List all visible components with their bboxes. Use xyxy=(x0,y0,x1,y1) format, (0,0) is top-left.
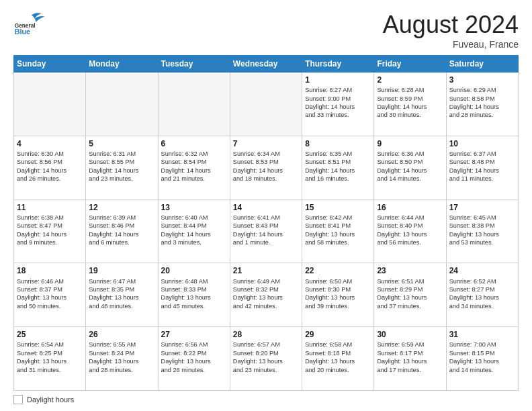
calendar-week-4: 25Sunrise: 6:54 AMSunset: 8:25 PMDayligh… xyxy=(14,327,519,391)
footer: Daylight hours xyxy=(13,395,519,404)
location: Fuveau, France xyxy=(383,39,519,50)
calendar-cell: 3Sunrise: 6:29 AMSunset: 8:58 PMDaylight… xyxy=(446,73,518,136)
logo: General Blue xyxy=(13,11,47,36)
day-number: 26 xyxy=(89,329,154,340)
day-info: Sunrise: 6:46 AMSunset: 8:37 PMDaylight:… xyxy=(17,277,83,311)
calendar-cell: 16Sunrise: 6:44 AMSunset: 8:40 PMDayligh… xyxy=(374,199,446,263)
day-info: Sunrise: 6:34 AMSunset: 8:53 PMDaylight:… xyxy=(233,150,299,183)
calendar-week-0: 1Sunrise: 6:27 AMSunset: 9:00 PMDaylight… xyxy=(14,73,519,136)
header-friday: Friday xyxy=(374,56,446,73)
day-info: Sunrise: 6:54 AMSunset: 8:25 PMDaylight:… xyxy=(17,340,83,374)
day-number: 21 xyxy=(233,265,299,276)
calendar-cell: 12Sunrise: 6:39 AMSunset: 8:46 PMDayligh… xyxy=(86,199,158,263)
svg-text:Blue: Blue xyxy=(15,28,30,36)
day-info: Sunrise: 6:35 AMSunset: 8:51 PMDaylight:… xyxy=(305,150,371,183)
header-saturday: Saturday xyxy=(446,56,518,73)
day-number: 14 xyxy=(233,202,299,213)
calendar-cell: 27Sunrise: 6:56 AMSunset: 8:22 PMDayligh… xyxy=(158,327,230,391)
day-number: 20 xyxy=(161,265,227,276)
calendar-cell: 30Sunrise: 6:59 AMSunset: 8:17 PMDayligh… xyxy=(374,327,446,391)
day-info: Sunrise: 6:57 AMSunset: 8:20 PMDaylight:… xyxy=(233,340,299,374)
day-number: 2 xyxy=(377,75,443,85)
day-number: 22 xyxy=(305,265,371,276)
day-info: Sunrise: 6:58 AMSunset: 8:18 PMDaylight:… xyxy=(305,340,371,374)
day-info: Sunrise: 6:52 AMSunset: 8:27 PMDaylight:… xyxy=(449,277,515,311)
calendar-cell: 8Sunrise: 6:35 AMSunset: 8:51 PMDaylight… xyxy=(302,136,374,199)
day-info: Sunrise: 6:27 AMSunset: 9:00 PMDaylight:… xyxy=(305,86,371,120)
day-number: 9 xyxy=(377,138,443,149)
day-number: 23 xyxy=(377,265,443,276)
calendar-cell: 10Sunrise: 6:37 AMSunset: 8:48 PMDayligh… xyxy=(446,136,518,199)
calendar-cell: 24Sunrise: 6:52 AMSunset: 8:27 PMDayligh… xyxy=(446,263,518,327)
calendar-cell xyxy=(158,73,230,136)
day-info: Sunrise: 6:48 AMSunset: 8:33 PMDaylight:… xyxy=(161,277,227,311)
calendar-cell: 13Sunrise: 6:40 AMSunset: 8:44 PMDayligh… xyxy=(158,199,230,263)
day-info: Sunrise: 6:42 AMSunset: 8:41 PMDaylight:… xyxy=(305,214,371,247)
day-number: 31 xyxy=(449,329,515,340)
day-info: Sunrise: 6:59 AMSunset: 8:17 PMDaylight:… xyxy=(377,340,443,374)
title-area: August 2024 Fuveau, France xyxy=(383,11,519,50)
calendar-cell: 7Sunrise: 6:34 AMSunset: 8:53 PMDaylight… xyxy=(230,136,302,199)
header-wednesday: Wednesday xyxy=(230,56,302,73)
day-info: Sunrise: 6:31 AMSunset: 8:55 PMDaylight:… xyxy=(89,150,154,183)
day-number: 10 xyxy=(449,138,515,149)
day-number: 15 xyxy=(305,202,371,213)
day-info: Sunrise: 6:55 AMSunset: 8:24 PMDaylight:… xyxy=(89,340,154,374)
calendar-cell: 18Sunrise: 6:46 AMSunset: 8:37 PMDayligh… xyxy=(14,263,86,327)
weekday-header-row: Sunday Monday Tuesday Wednesday Thursday… xyxy=(14,56,519,73)
calendar-cell: 15Sunrise: 6:42 AMSunset: 8:41 PMDayligh… xyxy=(302,199,374,263)
day-info: Sunrise: 6:45 AMSunset: 8:38 PMDaylight:… xyxy=(449,214,515,247)
header-thursday: Thursday xyxy=(302,56,374,73)
calendar-cell: 2Sunrise: 6:28 AMSunset: 8:59 PMDaylight… xyxy=(374,73,446,136)
calendar-cell: 5Sunrise: 6:31 AMSunset: 8:55 PMDaylight… xyxy=(86,136,158,199)
calendar-cell: 21Sunrise: 6:49 AMSunset: 8:32 PMDayligh… xyxy=(230,263,302,327)
header: General Blue August 2024 Fuveau, France xyxy=(13,11,519,50)
header-tuesday: Tuesday xyxy=(158,56,230,73)
calendar-cell: 20Sunrise: 6:48 AMSunset: 8:33 PMDayligh… xyxy=(158,263,230,327)
day-info: Sunrise: 6:28 AMSunset: 8:59 PMDaylight:… xyxy=(377,86,443,120)
day-info: Sunrise: 6:37 AMSunset: 8:48 PMDaylight:… xyxy=(449,150,515,183)
calendar-cell: 23Sunrise: 6:51 AMSunset: 8:29 PMDayligh… xyxy=(374,263,446,327)
calendar-cell xyxy=(230,73,302,136)
calendar-cell: 6Sunrise: 6:32 AMSunset: 8:54 PMDaylight… xyxy=(158,136,230,199)
day-info: Sunrise: 6:51 AMSunset: 8:29 PMDaylight:… xyxy=(377,277,443,311)
day-number: 6 xyxy=(161,138,227,149)
calendar-cell xyxy=(86,73,158,136)
calendar-cell: 9Sunrise: 6:36 AMSunset: 8:50 PMDaylight… xyxy=(374,136,446,199)
day-info: Sunrise: 6:41 AMSunset: 8:43 PMDaylight:… xyxy=(233,214,299,247)
calendar-cell: 31Sunrise: 7:00 AMSunset: 8:15 PMDayligh… xyxy=(446,327,518,391)
day-info: Sunrise: 6:38 AMSunset: 8:47 PMDaylight:… xyxy=(17,214,83,247)
calendar-cell: 29Sunrise: 6:58 AMSunset: 8:18 PMDayligh… xyxy=(302,327,374,391)
calendar-table: Sunday Monday Tuesday Wednesday Thursday… xyxy=(13,55,519,391)
day-info: Sunrise: 6:50 AMSunset: 8:30 PMDaylight:… xyxy=(305,277,371,311)
day-info: Sunrise: 6:47 AMSunset: 8:35 PMDaylight:… xyxy=(89,277,154,311)
day-number: 18 xyxy=(17,265,83,276)
day-number: 17 xyxy=(449,202,515,213)
calendar-cell: 19Sunrise: 6:47 AMSunset: 8:35 PMDayligh… xyxy=(86,263,158,327)
calendar-cell: 14Sunrise: 6:41 AMSunset: 8:43 PMDayligh… xyxy=(230,199,302,263)
calendar-cell: 26Sunrise: 6:55 AMSunset: 8:24 PMDayligh… xyxy=(86,327,158,391)
day-info: Sunrise: 6:49 AMSunset: 8:32 PMDaylight:… xyxy=(233,277,299,311)
calendar-cell: 25Sunrise: 6:54 AMSunset: 8:25 PMDayligh… xyxy=(14,327,86,391)
page: General Blue August 2024 Fuveau, France … xyxy=(0,0,532,411)
day-number: 4 xyxy=(17,138,83,149)
logo-svg: General Blue xyxy=(13,11,47,36)
day-info: Sunrise: 6:56 AMSunset: 8:22 PMDaylight:… xyxy=(161,340,227,374)
month-title: August 2024 xyxy=(383,11,519,39)
day-number: 16 xyxy=(377,202,443,213)
calendar-cell: 28Sunrise: 6:57 AMSunset: 8:20 PMDayligh… xyxy=(230,327,302,391)
day-number: 3 xyxy=(449,75,515,85)
day-number: 1 xyxy=(305,75,371,85)
day-info: Sunrise: 6:30 AMSunset: 8:56 PMDaylight:… xyxy=(17,150,83,183)
day-number: 13 xyxy=(161,202,227,213)
calendar-week-1: 4Sunrise: 6:30 AMSunset: 8:56 PMDaylight… xyxy=(14,136,519,199)
day-info: Sunrise: 6:32 AMSunset: 8:54 PMDaylight:… xyxy=(161,150,227,183)
day-info: Sunrise: 6:36 AMSunset: 8:50 PMDaylight:… xyxy=(377,150,443,183)
day-number: 29 xyxy=(305,329,371,340)
day-number: 5 xyxy=(89,138,154,149)
day-number: 7 xyxy=(233,138,299,149)
day-number: 19 xyxy=(89,265,154,276)
day-number: 25 xyxy=(17,329,83,340)
day-number: 12 xyxy=(89,202,154,213)
day-info: Sunrise: 6:39 AMSunset: 8:46 PMDaylight:… xyxy=(89,214,154,247)
